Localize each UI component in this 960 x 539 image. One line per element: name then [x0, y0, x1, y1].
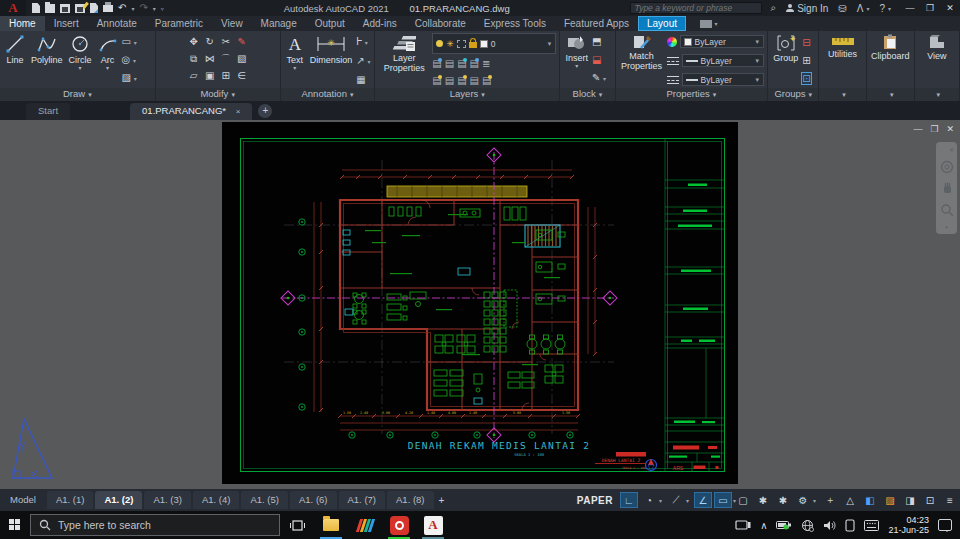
tray-expand-icon[interactable]: ∧	[760, 520, 767, 531]
create-block-icon[interactable]: ⬒	[592, 36, 606, 47]
autodesk-apps-icon[interactable]: Λ▾	[857, 3, 870, 14]
mirror-tool-icon[interactable]: ⋈	[202, 53, 218, 64]
dwg-restore-icon[interactable]: ❐	[930, 124, 938, 134]
selection-cycling-icon[interactable]: ▢	[734, 492, 752, 508]
scale-tool-icon[interactable]: ▣	[202, 70, 218, 81]
crosshair-icon[interactable]: ＋	[821, 492, 839, 508]
offset-tool-icon[interactable]: ∈	[234, 70, 250, 81]
workspace-gear-icon[interactable]: ⚙▾	[794, 492, 812, 508]
app-store-cart-icon[interactable]: ⛁	[838, 3, 846, 14]
speaker-icon[interactable]	[823, 520, 836, 531]
hatch-tool-icon[interactable]: ▨ ▾	[122, 72, 137, 85]
explode-tool-icon[interactable]: ▧	[234, 53, 250, 64]
grid-toggle-icon[interactable]: ∟	[620, 492, 638, 508]
dwg-minimize-icon[interactable]: —	[913, 124, 922, 134]
layer-unisolate-icon[interactable]: ▤	[445, 58, 454, 69]
help-search-input[interactable]	[630, 2, 762, 14]
layer-freeze-icon[interactable]: ▤	[457, 58, 466, 69]
minimize-button[interactable]: —	[900, 3, 920, 13]
stretch-tool-icon[interactable]: ▱	[186, 70, 202, 81]
redo-caret-icon[interactable]: ▾	[153, 5, 156, 12]
task-view-button[interactable]	[280, 511, 314, 539]
layout-tab-a1-7[interactable]: A1. (7)	[339, 491, 386, 509]
fillet-tool-icon[interactable]: ⌒	[218, 52, 234, 66]
layer-dropdown[interactable]: ✳ 0 ▼	[432, 33, 556, 54]
lineweight-dropdown[interactable]: ByLayer ▼	[682, 54, 765, 67]
lineweight-display-icon[interactable]: ✱	[774, 492, 792, 508]
start-button[interactable]	[0, 511, 30, 539]
tab-collaborate[interactable]: Collaborate	[406, 16, 475, 31]
layer-walk-icon[interactable]: ▤	[457, 75, 466, 86]
group-edit-icon[interactable]: ⊞	[802, 55, 810, 66]
object-snap-icon[interactable]: ∠	[694, 492, 712, 508]
wps-office-button[interactable]	[348, 511, 382, 539]
save-as-icon[interactable]	[75, 4, 85, 13]
steering-wheel-icon[interactable]	[940, 160, 954, 174]
autocad-logo-icon[interactable]: A	[0, 0, 26, 16]
layout-tab-a1-4[interactable]: A1. (4)	[193, 491, 240, 509]
line-button[interactable]: Line	[3, 33, 27, 88]
array-tool-icon[interactable]: ⊞	[218, 70, 234, 81]
block-editor-icon[interactable]: ✎ ▾	[592, 72, 606, 85]
file-tab-document[interactable]: 01.PRARANCANG* ×	[130, 103, 252, 120]
restore-button[interactable]: ❐	[920, 3, 940, 13]
table-icon[interactable]: ▦	[356, 74, 370, 85]
rotate-tool-icon[interactable]: ↻	[202, 36, 218, 47]
new-layout-button[interactable]: +	[435, 495, 449, 506]
autocad-taskbar-button[interactable]: A	[416, 511, 450, 539]
isodraft-icon[interactable]: ⟋▾	[667, 492, 685, 508]
file-tab-close-icon[interactable]: ×	[236, 107, 241, 116]
view-button[interactable]: View	[925, 33, 949, 88]
keyboard-icon[interactable]	[864, 520, 879, 531]
polyline-button[interactable]: Polyline	[29, 33, 65, 88]
zoom-icon[interactable]	[940, 203, 954, 217]
new-drawing-tab-button[interactable]: +	[258, 104, 272, 118]
layer-match-icon[interactable]: ≣	[482, 58, 490, 69]
arc-button[interactable]: Arc ▾	[96, 33, 120, 88]
clipboard-button[interactable]: Clipboard	[869, 33, 912, 88]
clock[interactable]: 04:23 21-Jun-25	[888, 515, 929, 535]
network-globe-icon[interactable]	[801, 519, 814, 532]
leader-icon[interactable]: ↗ ▾	[356, 55, 370, 68]
panel-label-annotation[interactable]: Annotation	[281, 88, 375, 101]
layer-off-icon[interactable]: ▤	[482, 75, 491, 86]
layout-tab-a1-6[interactable]: A1. (6)	[290, 491, 337, 509]
ungroup-icon[interactable]: ⊟	[802, 37, 810, 48]
linetype-dropdown[interactable]: ByLayer ▼	[682, 73, 765, 86]
layer-isolate-icon[interactable]: ▤	[432, 58, 441, 69]
search-icon[interactable]: ⌕	[771, 2, 777, 14]
dim-style-icon[interactable]: Ⱶ ▾	[356, 36, 370, 49]
paper-space-toggle[interactable]: PAPER	[571, 495, 619, 506]
panel-label-view[interactable]	[915, 88, 959, 101]
tab-featured-apps[interactable]: Featured Apps	[555, 16, 638, 31]
layer-properties-button[interactable]: Layer Properties	[378, 33, 430, 88]
tab-express-tools[interactable]: Express Tools	[475, 16, 555, 31]
panel-label-layers[interactable]: Layers	[375, 88, 559, 101]
tab-view[interactable]: View	[212, 16, 252, 31]
taskbar-search[interactable]: Type here to search	[30, 514, 280, 536]
panel-label-properties[interactable]: Properties	[616, 88, 768, 101]
action-center-icon[interactable]	[938, 519, 952, 531]
file-explorer-button[interactable]	[314, 511, 348, 539]
navbar-more-icon[interactable]: ▾	[945, 224, 948, 230]
dynamic-input-icon[interactable]: ▭▾	[714, 492, 732, 508]
tab-layout[interactable]: Layout	[638, 16, 686, 31]
match-properties-button[interactable]: Match Properties	[619, 33, 665, 88]
tab-home[interactable]: Home	[0, 16, 45, 31]
undo-icon[interactable]: ↶	[118, 3, 126, 13]
layer-prev-icon[interactable]: ▤	[432, 75, 441, 86]
layout-tab-a1-1[interactable]: A1. (1)	[47, 491, 94, 509]
panel-label-draw[interactable]: Draw	[0, 88, 155, 101]
navbar-close-icon[interactable]: ✕	[949, 146, 954, 153]
navigation-bar[interactable]: ✕ ▾	[936, 142, 957, 234]
rectangle-tool-icon[interactable]: ▭ ▾	[122, 36, 137, 49]
annotation-visibility-icon[interactable]: ◧	[861, 492, 879, 508]
text-button[interactable]: A Text ▾	[284, 33, 306, 88]
utilities-button[interactable]: Utilities	[826, 33, 859, 88]
panel-label-clipboard[interactable]	[867, 88, 914, 101]
layout-tab-model[interactable]: Model	[1, 491, 45, 509]
drawing-canvas[interactable]: ARS	[0, 120, 960, 489]
dwg-close-icon[interactable]: ✕	[946, 124, 954, 134]
layer-unlock-icon[interactable]: ▤	[470, 75, 479, 86]
tab-parametric[interactable]: Parametric	[146, 16, 212, 31]
